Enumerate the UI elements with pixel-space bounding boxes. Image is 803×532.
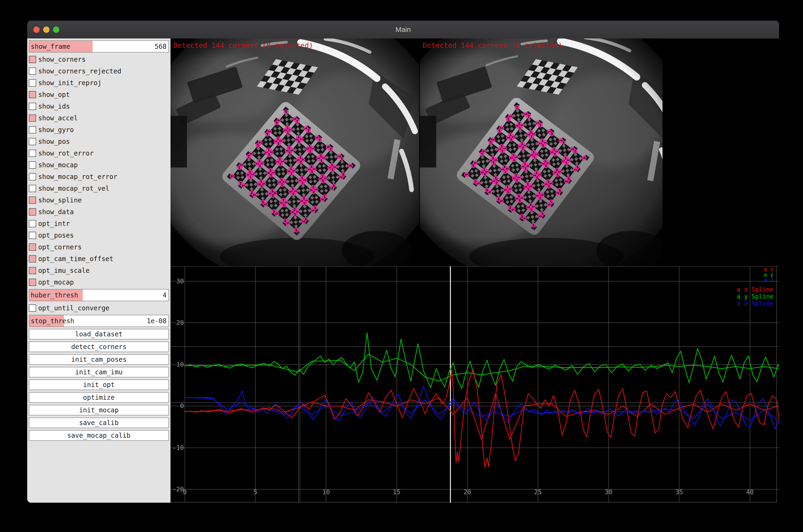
opt_intr-checkbox[interactable]: opt_intr (29, 218, 169, 228)
init_cam_poses-button[interactable]: init_cam_poses (29, 354, 169, 365)
show_spline-checkbox[interactable]: show_spline (29, 195, 169, 205)
checkbox-label: show_data (38, 208, 74, 216)
save_calib-button[interactable]: save_calib (29, 418, 169, 428)
save_mocap_calib-button[interactable]: save_mocap_calib (29, 430, 169, 441)
checkbox-label: show_mocap (38, 161, 78, 169)
opt_cam_time_offset-checkbox[interactable]: opt_cam_time_offset (29, 254, 169, 264)
show_opt-checkbox[interactable]: show_opt (29, 90, 169, 99)
checkbox-label: show_gyro (38, 126, 74, 134)
camera-view-0[interactable]: Detected 144 corners (0 rejected) (171, 38, 419, 266)
checkbox-label: show_opt (38, 91, 70, 98)
checkbox-box[interactable] (29, 185, 36, 192)
init_cam_imu-button[interactable]: init_cam_imu (29, 367, 169, 377)
plot-canvas: 3020100-10-200510152025303540 (171, 266, 779, 503)
optimize-button[interactable]: optimize (29, 392, 169, 403)
checkbox-label: opt_intr (38, 220, 70, 228)
show_corners_rejected-checkbox[interactable]: show_corners_rejected (29, 66, 169, 76)
show_mocap_rot_vel-checkbox[interactable]: show_mocap_rot_vel (29, 184, 169, 193)
titlebar[interactable]: Main (27, 21, 779, 39)
checkbox-box[interactable] (29, 103, 36, 110)
show_ids-checkbox[interactable]: show_ids (29, 101, 169, 111)
svg-text:30: 30 (605, 488, 613, 496)
svg-text:35: 35 (675, 488, 683, 496)
checkbox-box[interactable] (29, 68, 36, 75)
slider-value: 1e-08 (147, 317, 167, 325)
legend-item[interactable]: a z Spline (737, 300, 773, 307)
show_frame-slider[interactable]: show_frame568 (29, 40, 169, 53)
detect_corners-button[interactable]: detect_corners (29, 342, 169, 352)
legend-item[interactable]: a x (764, 267, 773, 272)
opt_poses-checkbox[interactable]: opt_poses (29, 230, 169, 240)
legend-item[interactable]: a x Spline (737, 286, 773, 293)
camera-image-0 (171, 38, 419, 266)
opt_until_converge-checkbox[interactable]: opt_until_converge (29, 303, 169, 313)
checkbox-box[interactable] (29, 91, 36, 98)
checkbox-label: show_pos (38, 138, 70, 146)
checkbox-label: opt_poses (38, 231, 74, 239)
show_rot_error-checkbox[interactable]: show_rot_error (29, 148, 169, 158)
detected-corners-text-0: Detected 144 corners (0 rejected) (173, 41, 313, 50)
init_mocap-button[interactable]: init_mocap (29, 405, 169, 415)
checkbox-box[interactable] (29, 138, 36, 145)
checkbox-box[interactable] (29, 208, 36, 215)
checkbox-box[interactable] (29, 114, 36, 122)
huber_thresh-slider[interactable]: huber_thresh4 (29, 289, 169, 301)
svg-text:15: 15 (393, 488, 401, 496)
checkbox-label: show_corners (38, 56, 85, 63)
camera-view-1[interactable]: Detected 144 corners (0 rejected) (420, 38, 663, 266)
checkbox-box[interactable] (29, 126, 36, 133)
svg-text:-10: -10 (172, 444, 184, 451)
checkbox-box[interactable] (29, 162, 36, 169)
svg-text:5: 5 (253, 488, 257, 496)
checkbox-box[interactable] (29, 255, 36, 263)
show_data-checkbox[interactable]: show_data (29, 207, 169, 217)
show_gyro-checkbox[interactable]: show_gyro (29, 125, 169, 135)
camera-image-1 (420, 38, 663, 266)
main-window: Main show_frame568show_cornersshow_corne… (27, 21, 779, 503)
checkbox-box[interactable] (29, 267, 36, 274)
checkbox-label: show_rot_error (38, 149, 94, 157)
opt_mocap-checkbox[interactable]: opt_mocap (29, 277, 169, 287)
checkbox-box[interactable] (29, 304, 36, 312)
svg-text:-20: -20 (172, 486, 184, 493)
show_mocap_rot_error-checkbox[interactable]: show_mocap_rot_error (29, 172, 169, 182)
slider-value: 4 (162, 291, 167, 299)
checkbox-box[interactable] (29, 244, 36, 251)
svg-text:30: 30 (176, 278, 184, 285)
show_mocap-checkbox[interactable]: show_mocap (29, 160, 169, 170)
stop_thresh-slider[interactable]: stop_thresh1e-08 (29, 315, 169, 327)
svg-text:20: 20 (176, 319, 184, 326)
slider-label: huber_thresh (31, 291, 78, 299)
checkbox-box[interactable] (29, 196, 36, 204)
checkbox-label: opt_corners (38, 243, 82, 251)
show_init_reproj-checkbox[interactable]: show_init_reproj (29, 78, 169, 88)
svg-text:10: 10 (322, 488, 330, 496)
window-title: Main (27, 21, 779, 38)
legend-item[interactable]: a y (764, 272, 773, 278)
svg-text:20: 20 (464, 488, 472, 496)
slider-label: show_frame (31, 43, 70, 51)
checkbox-box[interactable] (29, 232, 36, 239)
show_accel-checkbox[interactable]: show_accel (29, 113, 169, 123)
show_corners-checkbox[interactable]: show_corners (29, 54, 169, 64)
checkbox-box[interactable] (29, 173, 36, 180)
show_pos-checkbox[interactable]: show_pos (29, 136, 169, 146)
checkbox-box[interactable] (29, 150, 36, 157)
checkbox-label: opt_until_converge (38, 304, 109, 312)
imu-plot[interactable]: 3020100-10-200510152025303540 a xa ya z … (171, 266, 779, 503)
checkbox-box[interactable] (29, 79, 36, 87)
checkbox-box[interactable] (29, 220, 36, 227)
svg-text:25: 25 (534, 488, 542, 496)
legend-item[interactable]: a y Spline (737, 293, 773, 300)
opt_corners-checkbox[interactable]: opt_corners (29, 242, 169, 252)
checkbox-box[interactable] (29, 56, 36, 63)
slider-value: 568 (155, 43, 167, 51)
svg-text:40: 40 (746, 488, 754, 496)
slider-label: stop_thresh (31, 317, 74, 325)
opt_imu_scale-checkbox[interactable]: opt_imu_scale (29, 266, 169, 276)
checkbox-label: show_mocap_rot_error (38, 173, 117, 180)
load_dataset-button[interactable]: load_dataset (29, 329, 169, 339)
init_opt-button[interactable]: init_opt (29, 380, 169, 390)
legend-item[interactable]: a z (764, 278, 773, 283)
checkbox-box[interactable] (29, 279, 36, 286)
